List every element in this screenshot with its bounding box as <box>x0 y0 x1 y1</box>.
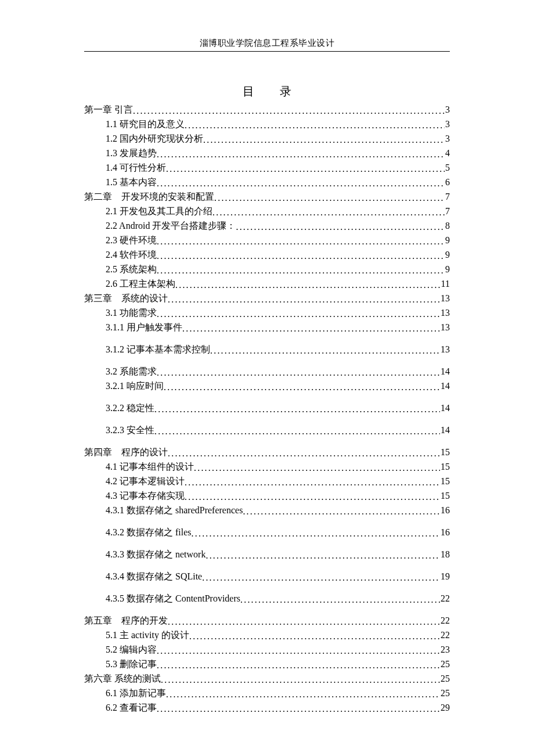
toc-entry[interactable]: 5.1 主 activity 的设计22 <box>84 628 450 642</box>
toc-entry-page: 25 <box>440 672 450 686</box>
toc-entry[interactable]: 3.2.3 安全性14 <box>84 423 450 437</box>
toc-leader-dots <box>175 278 441 291</box>
toc-entry[interactable]: 2.3 硬件环境9 <box>84 233 450 247</box>
toc-leader-dots <box>164 380 440 393</box>
toc-entry[interactable]: 2.1 开发包及其工具的介绍7 <box>84 204 450 218</box>
toc-entry[interactable]: 1.1 研究目的及意义3 <box>84 117 450 131</box>
toc-entry[interactable]: 3.1 功能需求13 <box>84 306 450 320</box>
toc-entry-label: 2.3 硬件环境 <box>106 233 157 247</box>
toc-leader-dots <box>157 644 440 657</box>
toc-entry[interactable]: 4.3.4 数据存储之 SQLite 19 <box>84 570 450 584</box>
toc-entry-page: 15 <box>440 474 450 488</box>
toc-leader-dots <box>185 118 445 131</box>
toc-leader-dots <box>194 461 440 474</box>
toc-entry-page: 9 <box>445 233 450 247</box>
toc-leader-dots <box>182 322 440 334</box>
toc-entry[interactable]: 2.4 软件环境9 <box>84 248 450 262</box>
toc-leader-dots <box>205 549 440 561</box>
toc-leader-dots <box>189 629 440 642</box>
toc-entry[interactable]: 4.3.3 数据存储之 network 18 <box>84 548 450 561</box>
toc-entry[interactable]: 2.2 Android 开发平台搭建步骤： 8 <box>84 219 450 233</box>
toc-entry-label: 5.1 主 activity 的设计 <box>106 628 189 642</box>
toc-entry-label: 1.4 可行性分析 <box>106 161 166 175</box>
toc-entry-page: 5 <box>445 161 450 175</box>
toc-entry-label: 1.1 研究目的及意义 <box>106 117 185 131</box>
toc-entry-label: 2.6 工程主体架构 <box>106 277 175 291</box>
toc-entry-label: 3.2.3 安全性 <box>106 423 154 437</box>
toc-entry-label: 5.2 编辑内容 <box>106 643 157 657</box>
toc-entry-page: 13 <box>440 321 450 334</box>
toc-leader-dots <box>157 307 440 320</box>
toc-entry[interactable]: 6.2 查看记事 29 <box>84 701 450 715</box>
toc-entry-page: 18 <box>440 548 450 561</box>
toc-entry[interactable]: 4.1 记事本组件的设计 15 <box>84 460 450 474</box>
toc-entry[interactable]: 第二章 开发环境的安装和配置7 <box>84 190 450 204</box>
toc-entry[interactable]: 第六章 系统的测试25 <box>84 672 450 686</box>
toc-entry[interactable]: 3.2 系能需求14 <box>84 365 450 379</box>
toc-entry-label: 3.2.2 稳定性 <box>106 401 154 415</box>
toc-leader-dots <box>192 527 440 539</box>
toc-entry-label: 5.3 删除记事 <box>106 657 157 671</box>
toc-entry-page: 14 <box>440 379 450 393</box>
toc-entry[interactable]: 6.1 添加新记事 25 <box>84 686 450 700</box>
toc-entry[interactable]: 第三章 系统的设计13 <box>84 291 450 305</box>
toc-entry[interactable]: 第四章 程序的设计15 <box>84 445 450 459</box>
toc-leader-dots <box>203 133 445 146</box>
toc-leader-dots <box>166 687 440 700</box>
toc-entry-page: 22 <box>440 628 450 642</box>
toc-entry-page: 14 <box>440 401 450 415</box>
toc-entry-label: 1.5 基本内容 <box>106 175 157 189</box>
toc-entry-page: 25 <box>440 657 450 671</box>
toc-entry[interactable]: 1.5 基本内容 6 <box>84 175 450 189</box>
toc-leader-dots <box>157 658 440 671</box>
toc-entry[interactable]: 3.1.1 用户触发事件13 <box>84 321 450 334</box>
toc-leader-dots <box>157 147 445 160</box>
toc-entry-label: 1.3 发展趋势 <box>106 146 157 160</box>
toc-entry[interactable]: 4.3.5 数据存储之 ContentProviders22 <box>84 592 450 606</box>
toc-entry[interactable]: 4.2 记事本逻辑设计 15 <box>84 474 450 488</box>
toc-entry-page: 19 <box>440 570 450 584</box>
toc-leader-dots <box>210 344 440 357</box>
toc-entry[interactable]: 3.2.1 响应时间14 <box>84 379 450 393</box>
toc-leader-dots <box>214 191 445 204</box>
toc-leader-dots <box>157 366 440 379</box>
toc-entry-page: 3 <box>445 132 450 146</box>
toc-entry[interactable]: 2.6 工程主体架构 11 <box>84 277 450 291</box>
toc-entry[interactable]: 3.1.2 记事本基本需求控制13 <box>84 343 450 357</box>
toc-entry-page: 13 <box>440 291 450 305</box>
toc-entry-label: 4.3.5 数据存储之 ContentProviders <box>106 592 240 606</box>
toc-entry[interactable]: 3.2.2 稳定性14 <box>84 401 450 415</box>
toc-entry-label: 3.1.2 记事本基本需求控制 <box>106 343 210 357</box>
toc-entry[interactable]: 5.3 删除记事25 <box>84 657 450 671</box>
toc-entry[interactable]: 1.4 可行性分析 5 <box>84 161 450 175</box>
toc-entry-label: 4.1 记事本组件的设计 <box>106 460 194 474</box>
toc-entry-page: 3 <box>445 103 450 117</box>
toc-entry-page: 14 <box>440 423 450 437</box>
toc-leader-dots <box>185 490 440 503</box>
toc-leader-dots <box>154 424 440 437</box>
toc-entry-label: 4.3 记事本存储实现 <box>106 489 185 503</box>
toc-entry[interactable]: 2.5 系统架构 9 <box>84 262 450 276</box>
toc-entry[interactable]: 1.3 发展趋势 4 <box>84 146 450 160</box>
toc-entry-page: 13 <box>440 306 450 320</box>
toc-entry-page: 4 <box>445 146 450 160</box>
toc-leader-dots <box>157 702 440 715</box>
toc-entry-page: 15 <box>440 460 450 474</box>
toc-leader-dots <box>154 402 440 415</box>
toc-entry-page: 16 <box>440 525 450 539</box>
toc-leader-dots <box>168 615 440 628</box>
toc-entry[interactable]: 5.2 编辑内容23 <box>84 643 450 657</box>
toc-entry-page: 6 <box>445 175 450 189</box>
toc-entry-label: 3.2.1 响应时间 <box>106 379 164 393</box>
toc-entry[interactable]: 第五章 程序的开发22 <box>84 614 450 628</box>
toc-entry[interactable]: 第一章 引言3 <box>84 103 450 117</box>
toc-entry-page: 11 <box>441 277 450 291</box>
toc-entry-label: 第二章 开发环境的安装和配置 <box>84 190 214 204</box>
toc-entry[interactable]: 1.2 国内外研究现状分析 3 <box>84 132 450 146</box>
toc-entry-page: 13 <box>440 343 450 357</box>
toc-leader-dots <box>157 264 445 276</box>
toc-entry[interactable]: 4.3.2 数据存储之 files16 <box>84 525 450 539</box>
toc-leader-dots <box>212 206 445 218</box>
toc-entry[interactable]: 4.3 记事本存储实现15 <box>84 489 450 503</box>
toc-entry[interactable]: 4.3.1 数据存储之 sharedPreferences 16 <box>84 503 450 517</box>
